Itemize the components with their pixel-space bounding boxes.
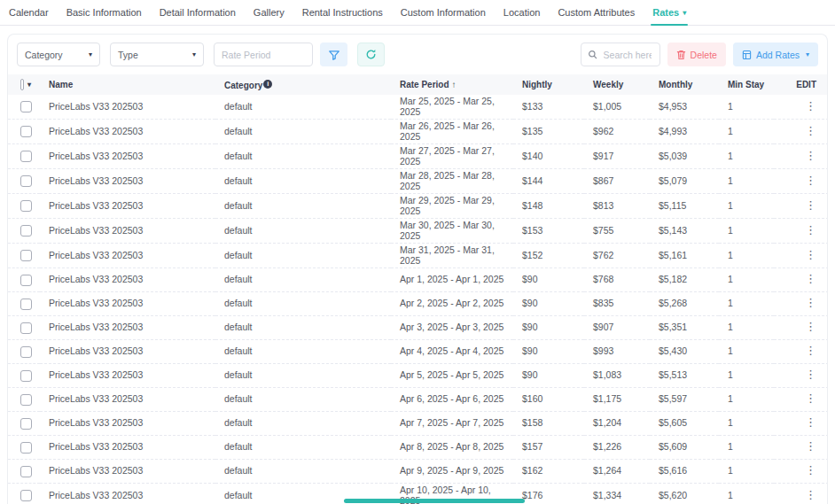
search-box[interactable] [581, 43, 660, 66]
row-name-cell: PriceLabs V33 202503 [40, 484, 215, 504]
row-monthly-cell: $5,597 [650, 388, 719, 412]
row-checkbox[interactable] [20, 175, 32, 187]
row-actions-kebab-icon[interactable]: ⋮ [805, 127, 816, 136]
row-monthly-cell: $4,993 [650, 120, 719, 144]
row-name-cell: PriceLabs V33 202503 [40, 244, 215, 268]
row-edit-cell: ⋮ [774, 412, 828, 436]
tab[interactable]: Custom Attributes ▾ [549, 0, 644, 25]
row-category-cell: default [215, 244, 391, 268]
delete-button[interactable]: Delete [667, 43, 726, 66]
row-checkbox[interactable] [20, 346, 32, 358]
row-checkbox[interactable] [20, 370, 32, 382]
row-select-cell [8, 436, 40, 460]
row-edit-cell: ⋮ [774, 244, 828, 268]
row-weekly-cell: $962 [584, 120, 650, 144]
row-min-stay-cell: 1 [719, 316, 774, 340]
row-actions-kebab-icon[interactable]: ⋮ [805, 394, 816, 403]
category-filter-select[interactable]: Category ▾ [17, 43, 100, 66]
chevron-down-icon: ▾ [683, 9, 686, 17]
row-checkbox[interactable] [20, 250, 32, 261]
chevron-down-icon[interactable]: ▾ [27, 81, 31, 89]
row-rate-period-cell: Apr 2, 2025 - Apr 2, 2025 [391, 292, 513, 316]
row-edit-cell: ⋮ [774, 120, 828, 144]
row-select-cell [8, 388, 40, 412]
column-header-rate-period[interactable]: Rate Period↑ [391, 74, 513, 95]
tab[interactable]: Custom Information ▾ [392, 0, 495, 25]
row-actions-kebab-icon[interactable]: ⋮ [805, 299, 816, 307]
tab[interactable]: Location ▾ [495, 0, 550, 25]
row-checkbox[interactable] [20, 275, 32, 286]
row-checkbox[interactable] [20, 126, 32, 137]
row-actions-kebab-icon[interactable]: ⋮ [805, 275, 816, 283]
row-monthly-cell: $5,430 [650, 340, 719, 364]
row-checkbox[interactable] [20, 394, 32, 406]
row-min-stay-cell: 1 [719, 169, 774, 194]
row-min-stay-cell: 1 [719, 219, 774, 244]
column-header-monthly: Monthly [650, 74, 719, 95]
row-category-cell: default [215, 268, 391, 292]
tab[interactable]: Detail Information ▾ [151, 0, 245, 25]
row-nightly-cell: $90 [513, 292, 584, 316]
type-filter-select[interactable]: Type ▾ [110, 43, 204, 66]
rates-table: ▾ Name Categoryi Rate Period↑ Nightly We… [8, 74, 828, 504]
rate-period-input[interactable] [214, 43, 313, 66]
row-monthly-cell: $5,268 [650, 292, 719, 316]
select-all-checkbox[interactable] [20, 79, 24, 90]
add-rates-button[interactable]: Add Rates ▾ [733, 43, 818, 66]
row-checkbox[interactable] [20, 322, 32, 334]
filter-button[interactable] [320, 43, 347, 66]
row-checkbox[interactable] [20, 101, 32, 112]
search-icon [588, 50, 597, 59]
row-min-stay-cell: 1 [719, 95, 774, 120]
tab[interactable]: Calendar ▾ [0, 0, 58, 25]
table-row: PriceLabs V33 202503 default Mar 26, 202… [8, 120, 828, 144]
row-min-stay-cell: 1 [719, 340, 774, 364]
filter-funnel-icon [328, 49, 340, 61]
row-checkbox[interactable] [20, 418, 32, 430]
row-checkbox[interactable] [20, 442, 32, 454]
row-name-cell: PriceLabs V33 202503 [40, 340, 215, 364]
row-actions-kebab-icon[interactable]: ⋮ [805, 370, 816, 379]
row-min-stay-cell: 1 [719, 460, 774, 484]
tab[interactable]: Rates ▾ [644, 0, 695, 25]
row-actions-kebab-icon[interactable]: ⋮ [805, 176, 816, 185]
table-row: PriceLabs V33 202503 default Apr 2, 2025… [8, 292, 828, 316]
row-category-cell: default [215, 316, 391, 340]
row-select-cell [8, 340, 40, 364]
row-actions-kebab-icon[interactable]: ⋮ [805, 346, 816, 355]
row-actions-kebab-icon[interactable]: ⋮ [805, 102, 816, 111]
row-rate-period-cell: Mar 31, 2025 - Mar 31, 2025 [391, 244, 513, 268]
add-rates-button-label: Add Rates [756, 50, 800, 60]
row-nightly-cell: $90 [513, 364, 584, 388]
tab[interactable]: Gallery ▾ [245, 0, 293, 25]
tab[interactable]: Basic Information ▾ [58, 0, 151, 25]
row-actions-kebab-icon[interactable]: ⋮ [805, 251, 816, 260]
row-monthly-cell: $5,079 [650, 169, 719, 194]
row-actions-kebab-icon[interactable]: ⋮ [805, 418, 816, 427]
row-checkbox[interactable] [20, 299, 32, 310]
search-input[interactable] [602, 49, 653, 61]
row-actions-kebab-icon[interactable]: ⋮ [805, 442, 816, 451]
row-actions-kebab-icon[interactable]: ⋮ [805, 201, 816, 210]
row-actions-kebab-icon[interactable]: ⋮ [805, 466, 816, 475]
row-actions-kebab-icon[interactable]: ⋮ [805, 226, 816, 235]
row-checkbox[interactable] [20, 225, 32, 236]
tab[interactable]: Rental Instructions ▾ [293, 0, 392, 25]
row-actions-kebab-icon[interactable]: ⋮ [805, 322, 816, 331]
row-weekly-cell: $1,005 [584, 95, 650, 120]
row-checkbox[interactable] [20, 151, 32, 162]
row-checkbox[interactable] [20, 200, 32, 212]
row-checkbox[interactable] [20, 466, 32, 477]
row-checkbox[interactable] [20, 490, 32, 501]
table-row: PriceLabs V33 202503 default Apr 9, 2025… [8, 460, 828, 484]
sort-ascending-icon[interactable]: ↑ [452, 80, 457, 89]
row-actions-kebab-icon[interactable]: ⋮ [805, 151, 816, 160]
row-min-stay-cell: 1 [719, 244, 774, 268]
tab-bar: Calendar ▾ Basic Information ▾ Detail In… [0, 0, 835, 26]
row-rate-period-cell: Mar 28, 2025 - Mar 28, 2025 [391, 169, 513, 194]
row-actions-kebab-icon[interactable]: ⋮ [805, 491, 816, 500]
horizontal-scrollbar-thumb[interactable] [344, 499, 525, 503]
row-select-cell [8, 268, 40, 292]
refresh-button[interactable] [357, 43, 385, 66]
tab-label: Detail Information [160, 7, 236, 18]
